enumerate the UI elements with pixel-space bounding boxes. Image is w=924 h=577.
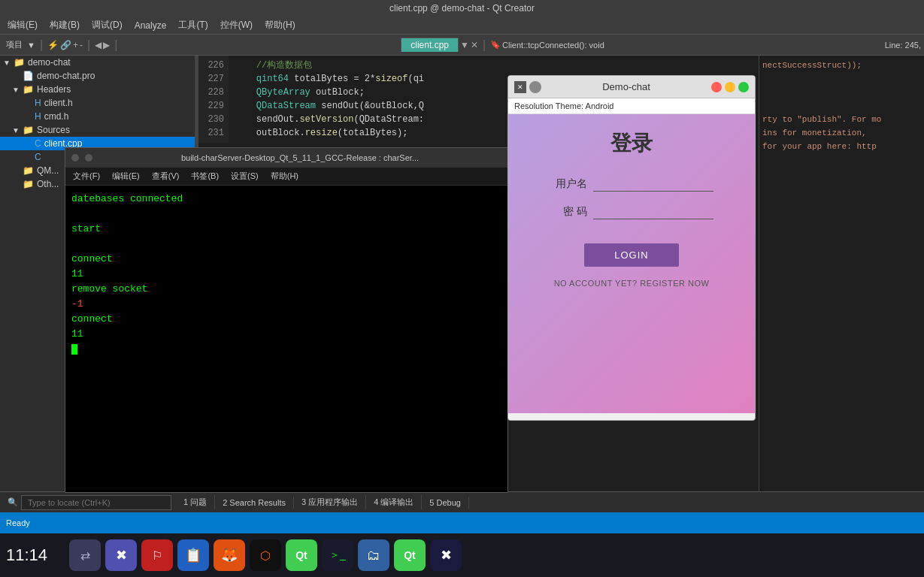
menu-build[interactable]: 构建(B) bbox=[45, 17, 84, 33]
dialog-icons-left: ✕ bbox=[514, 81, 541, 93]
taskbar-qt-icon[interactable]: Qt bbox=[286, 539, 317, 571]
bottom-tab-app-output[interactable]: 3 应用程序输出 bbox=[294, 495, 366, 509]
taskbar-black-icon[interactable]: ⬡ bbox=[250, 539, 281, 571]
dialog-window-btns bbox=[711, 82, 749, 92]
taskbar-time: 11:14 bbox=[6, 545, 59, 565]
menu-edit[interactable]: 编辑(E) bbox=[3, 17, 42, 33]
toolbar-dropdown-icon[interactable]: ▼ bbox=[460, 40, 469, 50]
password-input[interactable] bbox=[593, 204, 713, 219]
qt-symbol: Qt bbox=[295, 549, 307, 561]
toolbar-plus-icon[interactable]: + bbox=[73, 40, 78, 50]
line-num-230: 230 bbox=[198, 113, 224, 126]
dialog-title-text: Demo-chat bbox=[546, 81, 707, 92]
dialog-min-btn[interactable] bbox=[725, 82, 735, 92]
chevron-down-icon3: ▼ bbox=[12, 126, 20, 134]
terminal-line-11 bbox=[71, 342, 501, 357]
bottom-tab-search[interactable]: 2 Search Results bbox=[215, 497, 294, 509]
line-num-229: 229 bbox=[198, 99, 224, 113]
toolbar-tab[interactable]: client.cpp bbox=[401, 38, 459, 52]
sidebar-item-pro[interactable]: 📄 demo-chat.pro bbox=[0, 69, 195, 83]
line-num-226: 226 bbox=[198, 59, 224, 72]
line-numbers: 226 227 228 229 230 231 bbox=[198, 56, 229, 143]
locate-input[interactable] bbox=[21, 495, 171, 510]
terminal-menu-settings[interactable]: 设置(S) bbox=[226, 169, 263, 183]
toolbar-close-icon[interactable]: ✕ bbox=[471, 40, 478, 50]
sidebar-qm-label: QM... bbox=[37, 165, 59, 176]
toolbar-right-icon[interactable]: ▶ bbox=[103, 40, 110, 50]
terminal-icon bbox=[71, 154, 79, 162]
toolbar-bookmark-icon[interactable]: 🔖 bbox=[490, 40, 501, 50]
username-input[interactable] bbox=[593, 176, 713, 192]
toolbar-filter-icon[interactable]: ⚡ bbox=[47, 40, 59, 50]
terminal-icon2 bbox=[85, 154, 92, 162]
sidebar-cmdh-label: cmd.h bbox=[44, 111, 69, 122]
terminal-line-7: remove socket bbox=[71, 282, 501, 297]
terminal-menu-file[interactable]: 文件(F) bbox=[68, 169, 105, 183]
taskbar: 11:14 ⇄ ✖ ⚐ 📋 🦊 ⬡ Qt ＞_ 🗂 Qt ✖ bbox=[0, 533, 924, 577]
terminal-line-8: -1 bbox=[71, 297, 501, 312]
sidebar-item-sources[interactable]: ▼ 📁 Sources bbox=[0, 123, 195, 137]
sidebar-item-client-h[interactable]: H client.h bbox=[0, 96, 195, 110]
bottom-tab-debug[interactable]: 5 Debug bbox=[422, 497, 469, 509]
taskbar-terminal-icon[interactable]: ＞_ bbox=[322, 539, 353, 571]
terminal-menu-bookmarks[interactable]: 书签(B) bbox=[186, 169, 223, 183]
line-num-227: 227 bbox=[198, 72, 224, 86]
terminal-menu-help[interactable]: 帮助(H) bbox=[266, 169, 303, 183]
bottom-tab-compile[interactable]: 4 编译输出 bbox=[366, 495, 422, 509]
bottom-tab-problems[interactable]: 1 问题 bbox=[176, 495, 215, 509]
menu-debug[interactable]: 调试(D) bbox=[87, 17, 127, 33]
sidebar-item-cmd-h[interactable]: H cmd.h bbox=[0, 110, 195, 123]
taskbar-firefox-icon[interactable]: 🦊 bbox=[214, 539, 245, 571]
chevron-down-icon: ▼ bbox=[3, 59, 11, 67]
taskbar-red-icon[interactable]: ⚐ bbox=[141, 539, 173, 571]
toolbar-minus-icon[interactable]: - bbox=[80, 40, 83, 50]
toolbar-link-icon[interactable]: 🔗 bbox=[60, 40, 71, 50]
arrows-symbol: ⇄ bbox=[80, 548, 90, 563]
right-panel-text: nectSuccessStruct)); rty to "publish". F… bbox=[762, 59, 921, 153]
right-line-3 bbox=[762, 86, 921, 99]
line-info: Line: 245, bbox=[885, 41, 921, 50]
title-bar: client.cpp @ demo-chat - Qt Creator bbox=[0, 0, 924, 17]
taskbar-folder-icon[interactable]: 📋 bbox=[177, 539, 209, 571]
menu-tools[interactable]: 工具(T) bbox=[174, 17, 212, 33]
sidebar-headers-label: Headers bbox=[37, 84, 71, 95]
menu-help[interactable]: 帮助(H) bbox=[260, 17, 300, 33]
menu-controls[interactable]: 控件(W) bbox=[216, 17, 257, 33]
terminal-menu-view[interactable]: 查看(V) bbox=[147, 169, 184, 183]
terminal-line-5: connect bbox=[71, 252, 501, 267]
terminal-line-1: datebases connected bbox=[71, 192, 501, 207]
demo-chat-dialog: ✕ Demo-chat Resolution Theme: Android 登录… bbox=[507, 75, 756, 421]
sidebar-item-demo-chat[interactable]: ▼ 📁 demo-chat bbox=[0, 56, 195, 69]
toolbar: 项目 ▼ | ⚡ 🔗 + - | ◀ ▶ | client.cpp ▼ ✕ | … bbox=[0, 35, 924, 56]
qt2-symbol: Qt bbox=[404, 549, 416, 561]
dialog-resolution: Resolution Theme: Android bbox=[508, 98, 755, 114]
login-button[interactable]: LOGIN bbox=[584, 243, 678, 267]
terminal-title-text: build-charServer-Desktop_Qt_5_11_1_GCC-R… bbox=[98, 153, 501, 162]
toolbar-separator: ▼ bbox=[27, 41, 35, 50]
terminal-window[interactable]: build-charServer-Desktop_Qt_5_11_1_GCC-R… bbox=[65, 147, 508, 493]
register-link[interactable]: NO ACCOUNT YET? REGISTER NOW bbox=[554, 279, 710, 288]
terminal-line-2 bbox=[71, 207, 501, 222]
taskbar-x-icon[interactable]: ✖ bbox=[430, 539, 462, 571]
terminal-line-9: connect bbox=[71, 312, 501, 327]
terminal-menu-edit[interactable]: 编辑(E) bbox=[108, 169, 144, 183]
password-field: 密 码 bbox=[523, 204, 740, 219]
menu-analyze[interactable]: Analyze bbox=[130, 19, 171, 32]
breadcrumb-function: Client::tcpConnected(): void bbox=[502, 41, 604, 50]
taskbar-qt2-icon[interactable]: Qt bbox=[394, 539, 426, 571]
terminal-cursor bbox=[71, 344, 77, 355]
taskbar-xmind-icon[interactable]: ✖ bbox=[105, 539, 137, 571]
status-ready: Ready bbox=[6, 518, 30, 527]
black-symbol: ⬡ bbox=[260, 548, 271, 563]
password-label: 密 码 bbox=[550, 205, 587, 219]
sidebar-item-headers[interactable]: ▼ 📁 Headers bbox=[0, 83, 195, 96]
resolution-text: Resolution Theme: Android bbox=[514, 101, 614, 110]
taskbar-files-icon[interactable]: 🗂 bbox=[358, 539, 389, 571]
search-area: 🔍 bbox=[3, 495, 176, 510]
folder-icon3: 📁 bbox=[23, 125, 34, 135]
terminal-menu-bar: 文件(F) 编辑(E) 查看(V) 书签(B) 设置(S) 帮助(H) bbox=[65, 168, 507, 186]
toolbar-left-icon[interactable]: ◀ bbox=[95, 40, 101, 50]
taskbar-arrows-icon[interactable]: ⇄ bbox=[69, 539, 101, 571]
dialog-close-btn[interactable] bbox=[711, 82, 722, 92]
dialog-max-btn[interactable] bbox=[738, 82, 749, 92]
